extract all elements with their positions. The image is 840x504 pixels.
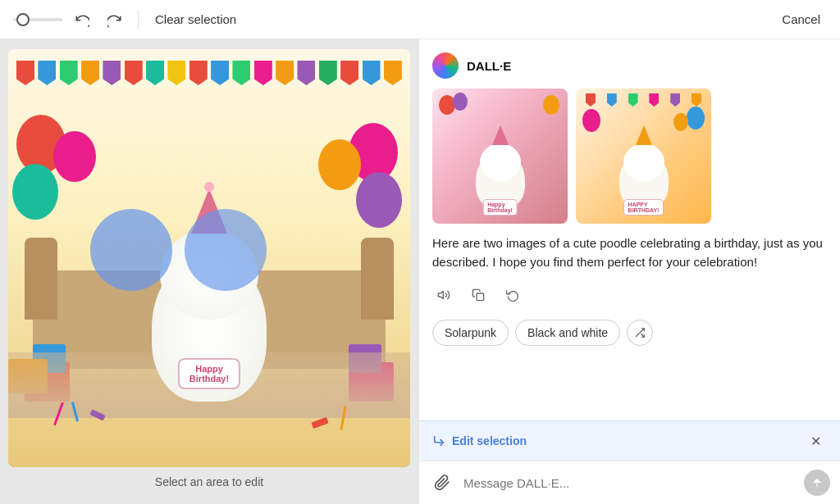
slider-thumb [16, 13, 30, 26]
shuffle-button[interactable] [627, 320, 653, 346]
brush-size-slider[interactable] [13, 18, 62, 21]
message-input[interactable] [463, 476, 796, 490]
speaker-button[interactable] [432, 284, 455, 306]
chat-area: DALL·E [419, 39, 840, 420]
solarpunk-chip[interactable]: Solarpunk [432, 320, 509, 346]
black-and-white-chip[interactable]: Black and white [515, 320, 620, 346]
action-icons [432, 284, 827, 306]
selection-left [90, 209, 172, 291]
dalle-logo [432, 52, 459, 79]
right-panel: DALL·E [418, 39, 840, 504]
attach-button[interactable] [429, 470, 455, 496]
edit-selection-text: Edit selection [452, 434, 527, 447]
toolbar-divider [138, 10, 139, 30]
chat-message: Here are two images of a cute poodle cel… [432, 234, 827, 272]
send-button[interactable] [804, 470, 830, 496]
style-chips: Solarpunk Black and white [432, 320, 827, 356]
thumbnail-1[interactable]: HappyBirthday! [432, 89, 568, 224]
thumbnails-row: HappyBirthday! [432, 89, 827, 224]
edit-selection-bar: Edit selection ✕ [419, 420, 840, 461]
left-panel: HappyBirthday! Select an area to edit [0, 39, 418, 504]
image-canvas[interactable]: HappyBirthday! [8, 49, 410, 467]
dalle-name: DALL·E [467, 59, 511, 73]
dalle-header: DALL·E [432, 52, 827, 79]
undo-button[interactable] [69, 7, 95, 33]
copy-button[interactable] [467, 284, 490, 306]
svg-marker-0 [438, 291, 443, 298]
redo-button[interactable] [102, 7, 128, 33]
selection-right [185, 209, 267, 291]
cancel-button[interactable]: Cancel [775, 9, 827, 30]
clear-selection-button[interactable]: Clear selection [148, 9, 243, 30]
thumbnail-2[interactable]: HAPPYBIRTHDAY! [576, 89, 711, 224]
edit-selection-icon [432, 434, 445, 447]
toolbar: Clear selection Cancel [0, 0, 840, 39]
regenerate-button[interactable] [501, 284, 524, 306]
edit-selection-close-button[interactable]: ✕ [804, 429, 827, 452]
main-layout: HappyBirthday! Select an area to edit DA… [0, 39, 840, 504]
input-area [419, 461, 840, 504]
image-hint: Select an area to edit [155, 475, 263, 488]
svg-rect-1 [477, 293, 484, 301]
edit-selection-label: Edit selection [432, 434, 527, 447]
